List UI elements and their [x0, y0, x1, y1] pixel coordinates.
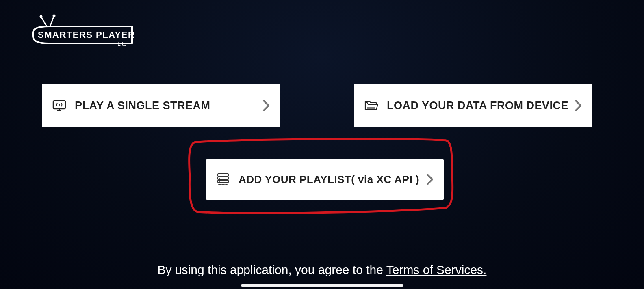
chevron-right-icon [260, 97, 272, 114]
svg-line-1 [50, 16, 54, 26]
server-network-icon [215, 171, 231, 188]
logo-sub-text: Lite [117, 41, 127, 47]
svg-point-3 [53, 15, 56, 17]
svg-point-7 [59, 104, 60, 106]
load-from-device-label: LOAD YOUR DATA FROM DEVICE [387, 99, 572, 112]
svg-point-14 [219, 175, 220, 175]
chevron-right-icon [424, 171, 436, 188]
svg-point-20 [226, 184, 227, 185]
svg-point-19 [222, 184, 224, 185]
terms-of-services-link[interactable]: Terms of Services. [386, 263, 487, 276]
home-indicator [241, 284, 403, 287]
play-single-stream-button[interactable]: PLAY A SINGLE STREAM [42, 84, 280, 127]
svg-point-2 [40, 15, 43, 18]
annotation-highlight: ADD YOUR PLAYLIST( via XC API ) [186, 136, 458, 216]
broadcast-monitor-icon [51, 97, 67, 114]
footer-agree-text: By using this application, you agree to … [158, 263, 386, 276]
svg-point-18 [219, 184, 221, 185]
chevron-right-icon [572, 97, 584, 114]
footer-agreement: By using this application, you agree to … [0, 263, 644, 277]
folder-open-icon [363, 97, 379, 114]
svg-line-0 [41, 17, 47, 26]
play-single-stream-label: PLAY A SINGLE STREAM [75, 99, 260, 112]
add-playlist-xc-api-label: ADD YOUR PLAYLIST( via XC API ) [239, 173, 424, 186]
add-playlist-xc-api-button[interactable]: ADD YOUR PLAYLIST( via XC API ) [206, 159, 444, 200]
logo-main-text: SMARTERS PLAYER [38, 30, 135, 40]
app-logo: SMARTERS PLAYER Lite [30, 14, 136, 51]
svg-point-16 [219, 181, 220, 182]
load-from-device-button[interactable]: LOAD YOUR DATA FROM DEVICE [354, 84, 592, 127]
svg-point-15 [219, 178, 220, 179]
